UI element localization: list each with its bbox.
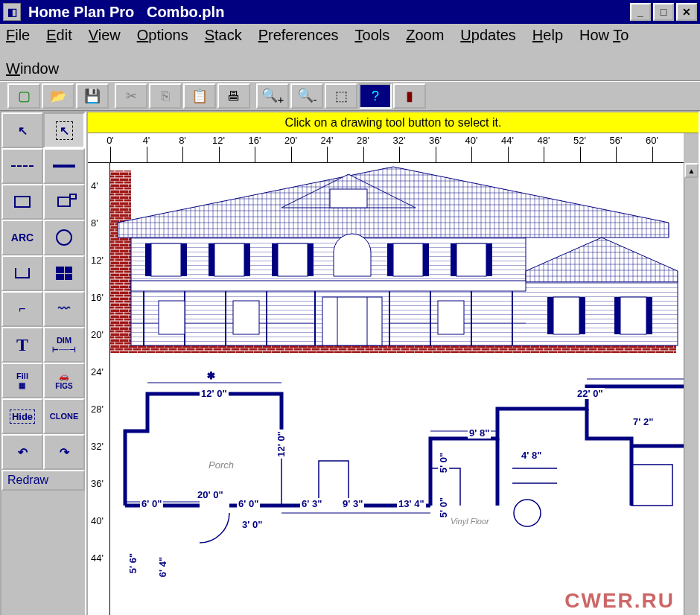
porch-label: Porch: [207, 459, 235, 471]
svg-rect-33: [131, 281, 526, 291]
fill-icon: Fill▦: [16, 372, 28, 389]
dim-i: 13' 4": [397, 498, 426, 509]
cut-button[interactable]: ✂: [115, 83, 147, 109]
ruler-horizontal: 0'4'8'12'16'20'24'28'32'36'40'44'48'52'5…: [88, 133, 684, 163]
svg-rect-21: [244, 243, 250, 276]
text-tool[interactable]: T: [1, 327, 43, 363]
polygon-tool[interactable]: [43, 184, 85, 220]
clone-icon: CLONE: [50, 412, 79, 421]
fill-tool[interactable]: Fill▦: [1, 363, 43, 398]
svg-rect-27: [423, 243, 429, 276]
folder-open-icon: 📂: [50, 88, 66, 104]
menu-help[interactable]: Help: [532, 27, 563, 44]
circle-tool[interactable]: [43, 220, 85, 255]
zoom-out-button[interactable]: 🔍-: [290, 83, 323, 109]
dim-f: 3' 0": [241, 519, 264, 530]
menu-preferences[interactable]: Preferences: [258, 27, 339, 44]
solid-line-tool[interactable]: [43, 148, 85, 184]
menu-zoom[interactable]: Zoom: [406, 27, 444, 44]
dim-e: 6' 0": [237, 498, 260, 509]
text-icon: T: [16, 335, 28, 355]
close-button[interactable]: ✕: [676, 3, 697, 21]
save-button[interactable]: 💾: [76, 83, 109, 109]
undo-button[interactable]: ↶: [1, 434, 43, 470]
pointer-tool[interactable]: ↖: [1, 112, 43, 148]
menu-bar: File Edit View Options Stack Preferences…: [0, 24, 700, 81]
wave-tool[interactable]: 〰: [43, 291, 85, 327]
dim-k: 4' 8": [520, 450, 543, 461]
ruler-v-tick: 44': [91, 552, 104, 564]
svg-rect-24: [308, 243, 314, 276]
help-button[interactable]: ?: [359, 83, 392, 109]
title-bar: ◧ Home Plan Pro Combo.pln _ □ ✕: [0, 0, 700, 24]
svg-rect-23: [272, 243, 278, 276]
hint-bar: Click on a drawing tool button to select…: [88, 112, 699, 133]
svg-rect-29: [451, 243, 456, 276]
menu-tools[interactable]: Tools: [355, 27, 390, 44]
ruler-h-tick: 56': [610, 135, 623, 146]
svg-rect-20: [209, 243, 214, 276]
curve-tool[interactable]: ⌐: [1, 291, 43, 327]
clone-tool[interactable]: CLONE: [43, 398, 85, 434]
menu-stack[interactable]: Stack: [205, 27, 242, 44]
dimension-tool[interactable]: DIM⊢──⊣: [43, 327, 85, 363]
cut-icon: ✂: [126, 88, 137, 104]
menu-file[interactable]: File: [6, 27, 30, 44]
svg-rect-10: [110, 171, 131, 349]
window-title: Home Plan Pro Combo.pln: [28, 4, 630, 21]
vertical-scrollbar[interactable]: ▲: [684, 163, 699, 615]
menu-updates[interactable]: Updates: [460, 27, 516, 44]
svg-rect-22: [278, 243, 308, 276]
paste-button[interactable]: 📋: [183, 83, 216, 109]
zoom-out-icon: 🔍-: [297, 87, 317, 106]
rectangle-tool[interactable]: [1, 184, 43, 220]
zoom-window-button[interactable]: ⬚: [325, 83, 357, 109]
open-button[interactable]: 📂: [42, 83, 74, 109]
svg-rect-45: [322, 297, 382, 345]
menu-view[interactable]: View: [89, 27, 121, 44]
zoom-in-button[interactable]: 🔍+: [256, 83, 289, 109]
redo-button[interactable]: ↷: [43, 434, 85, 470]
menu-edit[interactable]: Edit: [46, 27, 71, 44]
dashed-line-tool[interactable]: [1, 148, 43, 184]
minimize-button[interactable]: _: [630, 3, 651, 21]
watermark: CWER.RU: [564, 589, 675, 613]
redraw-button[interactable]: Redraw: [1, 470, 85, 491]
menu-options[interactable]: Options: [137, 27, 188, 44]
svg-rect-14: [330, 189, 367, 208]
svg-rect-54: [620, 297, 646, 334]
figs-tool[interactable]: 🚗FIGS: [43, 363, 85, 398]
door-icon: ▮: [406, 88, 413, 104]
dim-icon: DIM⊢──⊣: [52, 336, 76, 354]
copy-button[interactable]: ⎘: [149, 83, 182, 109]
undo-icon: ↶: [18, 445, 28, 459]
menu-howto[interactable]: How To: [579, 27, 629, 44]
select-rect-tool[interactable]: ↖: [43, 112, 85, 148]
print-button[interactable]: 🖶: [217, 83, 250, 109]
scroll-up-icon[interactable]: ▲: [684, 163, 699, 178]
ruler-v-tick: 12': [91, 255, 104, 266]
hide-tool[interactable]: Hide: [1, 398, 43, 434]
select-rect-icon: ↖: [56, 121, 73, 140]
circle-icon: [56, 229, 72, 246]
ruler-h-tick: 8': [179, 135, 186, 146]
help-icon: ?: [372, 89, 379, 104]
svg-rect-26: [387, 243, 393, 276]
svg-rect-25: [393, 243, 423, 276]
new-button[interactable]: ▢: [7, 83, 40, 109]
drawing-canvas[interactable]: ✱ 12' 0" 12' 0" 20' 0" 6' 0" 6' 0" 3' 0"…: [110, 163, 684, 615]
grid-tool[interactable]: [43, 255, 85, 291]
ruler-h-tick: 52': [573, 135, 586, 146]
arc-tool[interactable]: ARC: [1, 220, 43, 255]
ruler-v-tick: 16': [91, 292, 104, 303]
svg-marker-31: [526, 238, 678, 282]
maximize-button[interactable]: □: [653, 3, 674, 21]
dim-p: 5' 6": [127, 552, 139, 575]
ushape-icon: [15, 268, 30, 278]
exit-button[interactable]: ▮: [393, 83, 426, 109]
ruler-v-tick: 4': [91, 180, 98, 191]
svg-rect-49: [233, 301, 259, 334]
ushape-tool[interactable]: [1, 255, 43, 291]
menu-window[interactable]: Window: [6, 60, 59, 77]
hide-icon: Hide: [10, 410, 35, 424]
